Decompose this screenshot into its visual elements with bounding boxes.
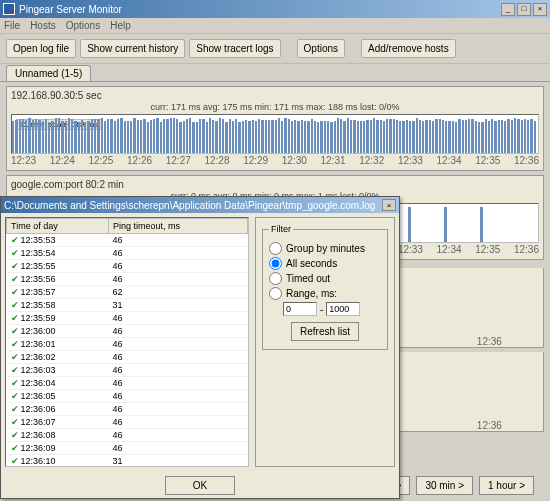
table-row[interactable]: 12:35:5346 [7, 234, 248, 247]
filter-legend: Filter [269, 224, 293, 234]
app-title: Pingear Server Monitor [19, 4, 122, 15]
col-ping[interactable]: Ping timeout, ms [108, 219, 247, 234]
chart-2-title: google.com:port 80:2 min [11, 178, 539, 191]
chart-1-axis: 12:2312:2412:2512:2612:2712:2812:2912:30… [11, 154, 539, 166]
menu-hosts[interactable]: Hosts [30, 20, 56, 31]
chart-1-canvas[interactable]: Current scale: 187 ms [11, 114, 539, 154]
filter-group-minutes[interactable]: Group by minutes [269, 242, 381, 255]
dialog-title: C:\Documents and Settings\scherepn\Appli… [4, 200, 375, 211]
col-time[interactable]: Time of day [7, 219, 109, 234]
filter-all-seconds[interactable]: All seconds [269, 257, 381, 270]
table-row[interactable]: 12:36:0146 [7, 338, 248, 351]
log-table[interactable]: Time of day Ping timeout, ms 12:35:53461… [5, 217, 249, 467]
table-row[interactable]: 12:36:0746 [7, 416, 248, 429]
filter-timed-out[interactable]: Timed out [269, 272, 381, 285]
tab-strip: Unnamed (1-5) [0, 64, 550, 82]
menu-bar: File Hosts Options Help [0, 18, 550, 34]
menu-help[interactable]: Help [110, 20, 131, 31]
table-row[interactable]: 12:36:0346 [7, 364, 248, 377]
range-1hour[interactable]: 1 hour > [479, 476, 534, 495]
table-row[interactable]: 12:36:0046 [7, 325, 248, 338]
show-history-button[interactable]: Show current history [80, 39, 185, 58]
filter-panel: Filter Group by minutes All seconds Time… [255, 217, 395, 467]
range-30min[interactable]: 30 min > [416, 476, 473, 495]
close-button[interactable]: × [533, 3, 547, 16]
chart-1-title: 192.168.90.30:5 sec [11, 89, 539, 102]
toolbar: Open log file Show current history Show … [0, 34, 550, 64]
show-tracert-button[interactable]: Show tracert logs [189, 39, 280, 58]
range-from-input[interactable] [283, 302, 317, 316]
options-button[interactable]: Options [297, 39, 345, 58]
table-row[interactable]: 12:35:5646 [7, 273, 248, 286]
maximize-button[interactable]: □ [517, 3, 531, 16]
add-remove-hosts-button[interactable]: Add/remove hosts [361, 39, 456, 58]
ok-button[interactable]: OK [165, 476, 235, 495]
table-row[interactable]: 12:35:5546 [7, 260, 248, 273]
minimize-button[interactable]: _ [501, 3, 515, 16]
range-to-input[interactable] [326, 302, 360, 316]
open-log-button[interactable]: Open log file [6, 39, 76, 58]
refresh-list-button[interactable]: Refresh list [291, 322, 359, 341]
table-row[interactable]: 12:36:1031 [7, 455, 248, 468]
table-row[interactable]: 12:36:0946 [7, 442, 248, 455]
titlebar: Pingear Server Monitor _ □ × [0, 0, 550, 18]
table-row[interactable]: 12:36:0546 [7, 390, 248, 403]
table-row[interactable]: 12:35:5762 [7, 286, 248, 299]
chart-1-stats: curr: 171 ms avg: 175 ms min: 171 ms max… [11, 102, 539, 112]
table-row[interactable]: 12:36:0446 [7, 377, 248, 390]
chart-1: 192.168.90.30:5 sec curr: 171 ms avg: 17… [6, 86, 544, 171]
table-row[interactable]: 12:36:0846 [7, 429, 248, 442]
menu-options[interactable]: Options [66, 20, 100, 31]
tab-unnamed[interactable]: Unnamed (1-5) [6, 65, 91, 81]
log-dialog: C:\Documents and Settings\scherepn\Appli… [0, 196, 400, 499]
menu-file[interactable]: File [4, 20, 20, 31]
table-row[interactable]: 12:35:5946 [7, 312, 248, 325]
table-row[interactable]: 12:35:5831 [7, 299, 248, 312]
table-row[interactable]: 12:36:0246 [7, 351, 248, 364]
table-row[interactable]: 12:35:5446 [7, 247, 248, 260]
dialog-titlebar[interactable]: C:\Documents and Settings\scherepn\Appli… [1, 197, 399, 213]
dialog-close-icon[interactable]: × [382, 199, 396, 211]
app-icon [3, 3, 15, 15]
table-row[interactable]: 12:36:0646 [7, 403, 248, 416]
filter-range[interactable]: Range, ms: [269, 287, 381, 300]
